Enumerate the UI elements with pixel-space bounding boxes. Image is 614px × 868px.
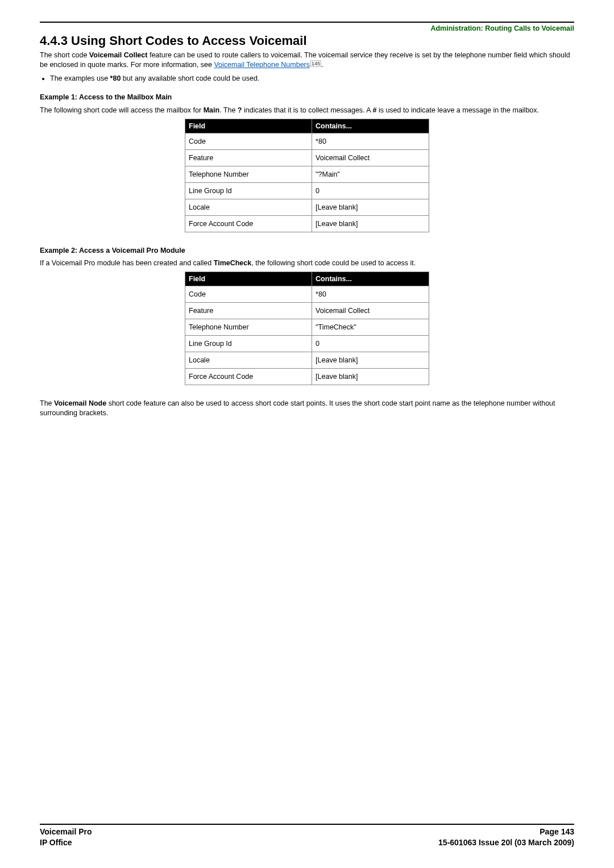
example2-description: If a Voicemail Pro module has been creat… — [40, 258, 574, 268]
cell-field: Line Group Id — [185, 182, 312, 199]
top-rule — [40, 22, 574, 23]
cell-contains: [Leave blank] — [312, 215, 429, 232]
ex1-desc-d: is used to indicate leave a message in t… — [376, 106, 539, 114]
footer-rule — [40, 824, 574, 825]
cell-field: Locale — [185, 199, 312, 215]
table-header-row: Field Contains... — [185, 119, 429, 133]
th-contains: Contains... — [312, 272, 429, 286]
bullet-list: The examples use *80 but any available s… — [40, 74, 574, 82]
footer-right-1: Page 143 — [540, 827, 574, 838]
ex1-desc-b: . The — [219, 106, 238, 114]
table-header-row: Field Contains... — [185, 272, 429, 286]
cell-contains: Voicemail Collect — [312, 149, 429, 166]
example1-title: Example 1: Access to the Mailbox Main — [40, 93, 574, 102]
closing-a: The — [40, 399, 54, 407]
table-row: Line Group Id0 — [185, 336, 429, 352]
cell-field: Feature — [185, 303, 312, 319]
page-title: 4.4.3 Using Short Codes to Access Voicem… — [40, 34, 574, 48]
cell-field: Feature — [185, 149, 312, 166]
cell-field: Telephone Number — [185, 319, 312, 336]
cell-field: Force Account Code — [185, 215, 312, 232]
cell-contains: *80 — [312, 133, 429, 149]
bullet-text-a: The examples use — [50, 74, 110, 82]
table-row: Line Group Id0 — [185, 182, 429, 199]
example2-title: Example 2: Access a Voicemail Pro Module — [40, 246, 574, 256]
footer-right-2: 15-601063 Issue 20l (03 March 2009) — [438, 837, 574, 849]
ex1-desc-a: The following short code will access the… — [40, 106, 204, 114]
th-field: Field — [185, 272, 312, 286]
bullet-item: The examples use *80 but any available s… — [50, 74, 574, 82]
cell-contains: 0 — [312, 336, 429, 352]
cell-field: Telephone Number — [185, 166, 312, 182]
cell-contains: *80 — [312, 286, 429, 303]
cell-field: Force Account Code — [185, 369, 312, 385]
page-ref-145: 145 — [310, 60, 321, 67]
table-row: Force Account Code[Leave blank] — [185, 369, 429, 385]
cell-contains: Voicemail Collect — [312, 303, 429, 319]
intro-text-c: . — [321, 61, 323, 69]
closing-bold-voicemail-node: Voicemail Node — [54, 399, 106, 407]
ex1-desc-c: indicates that it is to collect messages… — [242, 106, 373, 114]
closing-paragraph: The Voicemail Node short code feature ca… — [40, 399, 574, 418]
table-row: Force Account Code[Leave blank] — [185, 215, 429, 232]
bullet-text-b: but any available short code could be us… — [121, 74, 259, 82]
table-row: FeatureVoicemail Collect — [185, 149, 429, 166]
ex2-desc-a: If a Voicemail Pro module has been creat… — [40, 259, 214, 267]
closing-b: short code feature can also be used to a… — [40, 399, 555, 417]
breadcrumb: Administration: Routing Calls to Voicema… — [40, 24, 574, 32]
table-row: FeatureVoicemail Collect — [185, 303, 429, 319]
voicemail-telephone-numbers-link[interactable]: Voicemail Telephone Numbers — [214, 61, 310, 69]
footer-left-1: Voicemail Pro — [40, 827, 92, 838]
example1-table: Field Contains... Code*80 FeatureVoicema… — [185, 119, 429, 232]
ex2-bold-timecheck: TimeCheck — [214, 259, 251, 267]
th-field: Field — [185, 119, 312, 133]
footer-left-2: IP Office — [40, 837, 72, 849]
intro-text-a: The short code — [40, 51, 89, 59]
table-row: Locale[Leave blank] — [185, 199, 429, 215]
cell-contains: "TimeCheck" — [312, 319, 429, 336]
ex1-bold-question: ? — [238, 106, 242, 114]
table-row: Code*80 — [185, 286, 429, 303]
table-row: Telephone Number"?Main" — [185, 166, 429, 182]
cell-field: Code — [185, 133, 312, 149]
cell-field: Locale — [185, 352, 312, 369]
cell-contains: [Leave blank] — [312, 352, 429, 369]
intro-bold-voicemail-collect: Voicemail Collect — [89, 51, 148, 59]
example2-table: Field Contains... Code*80 FeatureVoicema… — [185, 272, 429, 385]
example1-description: The following short code will access the… — [40, 106, 574, 115]
cell-contains: [Leave blank] — [312, 369, 429, 385]
table-row: Code*80 — [185, 133, 429, 149]
cell-contains: [Leave blank] — [312, 199, 429, 215]
cell-contains: "?Main" — [312, 166, 429, 182]
bullet-bold-80: *80 — [110, 74, 121, 82]
table-row: Telephone Number"TimeCheck" — [185, 319, 429, 336]
table-row: Locale[Leave blank] — [185, 352, 429, 369]
ex1-bold-main: Main — [204, 106, 219, 114]
cell-field: Line Group Id — [185, 336, 312, 352]
cell-contains: 0 — [312, 182, 429, 199]
intro-paragraph: The short code Voicemail Collect feature… — [40, 51, 574, 70]
th-contains: Contains... — [312, 119, 429, 133]
page-footer: Voicemail Pro Page 143 IP Office 15-6010… — [40, 824, 574, 849]
ex2-desc-b: , the following short code could be used… — [251, 259, 416, 267]
cell-field: Code — [185, 286, 312, 303]
